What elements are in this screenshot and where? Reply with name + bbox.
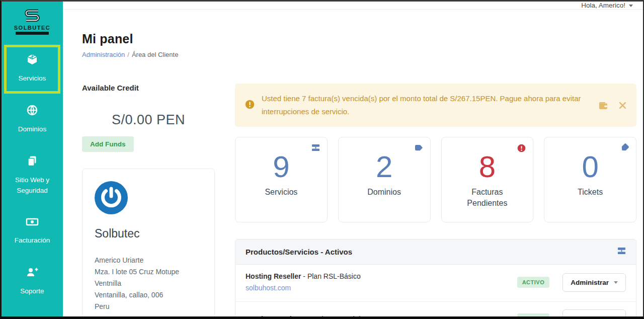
product-info: Hosting WordPress - Plan WP-Básico — [246, 315, 517, 319]
sidebar-nav: Servicios Dominios Sit — [2, 44, 63, 319]
products-panel-title: Productos/Servicios - Activos — [246, 248, 352, 256]
sidebar-item-label: Servicios — [19, 73, 46, 84]
dashboard-column: Usted tiene 7 factura(s) vencida(s) por … — [235, 84, 636, 319]
client-summary-column: Available Credit S/0.00 PEN Add Funds So… — [82, 84, 215, 319]
sidebar-item-label: Sitio Web y Seguridad — [6, 175, 59, 196]
stat-label: Tickets — [568, 187, 613, 198]
address-line: Peru — [95, 301, 202, 312]
caret-down-icon — [629, 5, 633, 7]
breadcrumb: Administración/Área del Cliente — [82, 51, 636, 58]
edit-icon — [26, 317, 38, 319]
address-line: Mza. I lote 05 Cruz Motupe Ventnilla — [95, 266, 202, 289]
topbar: Hola, Americo! — [63, 2, 643, 10]
address-line: Ventanilla, callao, 006 — [95, 289, 202, 301]
page-header: Mi panel Administración/Área del Cliente — [82, 32, 636, 58]
stat-label: Facturas Pendientes — [442, 187, 533, 209]
page-title: Mi panel — [82, 32, 636, 46]
main-area: Hola, Americo! Mi panel Administración/Á… — [63, 2, 643, 316]
status-badge: ACTIVO — [517, 277, 550, 288]
product-name: Hosting WordPress — [246, 315, 311, 319]
product-name-line: Hosting WordPress - Plan WP-Básico — [246, 315, 517, 319]
sidebar-item-servicios[interactable]: Servicios — [4, 45, 60, 94]
overdue-invoices-alert: Usted tiene 7 factura(s) vencida(s) por … — [235, 84, 636, 127]
product-row: Hosting WordPress - Plan WP-Básico ACTIV… — [235, 302, 636, 319]
stat-card-dominios[interactable]: 2 Dominios — [338, 137, 431, 222]
manage-button[interactable]: Administrar — [562, 273, 626, 292]
product-row: Hosting Reseller - Plan RSL-Básico solbu… — [235, 265, 636, 302]
manage-button-label: Administrar — [571, 315, 609, 319]
client-company-name: Solbutec — [95, 227, 202, 241]
products-panel-header: Productos/Servicios - Activos — [235, 240, 636, 265]
client-address: Americo Uriarte Mza. I lote 05 Cruz Motu… — [95, 255, 202, 312]
app-window: SOLBUTEC Servicios — [0, 0, 644, 319]
stat-value: 9 — [273, 151, 289, 183]
user-menu[interactable]: Hola, Americo! — [581, 2, 633, 9]
user-greeting: Hola, Americo! — [581, 2, 625, 9]
server-icon — [617, 247, 626, 257]
stat-card-facturas-pendientes[interactable]: 8 Facturas Pendientes — [441, 137, 534, 222]
alert-message: Usted tiene 7 factura(s) vencida(s) por … — [262, 92, 584, 118]
caret-down-icon — [614, 281, 618, 284]
solbutec-s-icon — [23, 9, 42, 24]
product-plan: - Plan WP-Básico — [311, 315, 368, 319]
stat-value: 2 — [376, 151, 392, 183]
server-icon — [311, 144, 320, 153]
status-badge: ACTIVO — [517, 313, 550, 319]
sidebar-item-dominios[interactable]: Dominios — [4, 96, 60, 144]
client-card: Solbutec Americo Uriarte Mza. I lote 05 … — [82, 169, 215, 319]
breadcrumb-link-administracion[interactable]: Administración — [82, 51, 125, 58]
close-icon[interactable] — [619, 102, 626, 109]
product-plan: - Plan RSL-Básico — [301, 272, 360, 280]
address-line: Americo Uriarte — [95, 255, 202, 266]
globe-icon — [26, 104, 38, 116]
sidebar-item-facturacion[interactable]: Facturación — [4, 208, 60, 256]
logo-text: SOLBUTEC — [14, 25, 51, 31]
sidebar-item-soporte[interactable]: Soporte — [4, 258, 60, 306]
ticket-tag-icon — [620, 144, 629, 153]
stat-card-servicios[interactable]: 9 Servicios — [235, 137, 328, 222]
product-info: Hosting Reseller - Plan RSL-Básico solbu… — [246, 272, 517, 292]
product-name: Hosting Reseller — [246, 272, 301, 280]
stat-label: Servicios — [255, 187, 307, 198]
alert-actions — [598, 101, 626, 110]
wallet-icon[interactable] — [598, 101, 608, 110]
stat-value: 8 — [479, 151, 496, 183]
banknote-icon — [26, 216, 39, 227]
product-name-line: Hosting Reseller - Plan RSL-Básico — [246, 272, 517, 280]
sidebar-item-label: Soporte — [20, 286, 44, 296]
breadcrumb-current: Área del Cliente — [132, 51, 179, 58]
power-button-icon — [95, 207, 128, 216]
sidebar-item-sitio-web[interactable]: Sitio Web y Seguridad — [4, 146, 60, 206]
manage-button-label: Administrar — [571, 279, 609, 286]
sidebar: SOLBUTEC Servicios — [2, 2, 63, 316]
sidebar-item-afiliaciones[interactable]: Afiliaciones — [4, 308, 60, 319]
manage-button[interactable]: Administrar — [562, 309, 626, 319]
available-credit-heading: Available Credit — [82, 84, 215, 92]
exclamation-circle-icon — [517, 144, 526, 154]
products-panel: Productos/Servicios - Activos — [235, 239, 636, 319]
breadcrumb-separator: / — [127, 51, 129, 58]
exclamation-circle-icon — [245, 100, 255, 111]
product-domain-link[interactable]: solbuhost.com — [246, 284, 291, 292]
solbutec-logo[interactable]: SOLBUTEC — [2, 2, 63, 40]
stats-row: 9 Servicios 2 Dominios — [235, 137, 636, 222]
stat-value: 0 — [582, 151, 598, 183]
cube-icon — [26, 53, 38, 65]
credit-amount: S/0.00 PEN — [82, 112, 215, 128]
stat-label: Dominios — [357, 187, 411, 198]
sidebar-item-label: Facturación — [15, 235, 50, 246]
logo-tagline-bar — [16, 32, 49, 35]
copy-icon — [26, 155, 38, 167]
sidebar-item-label: Dominios — [18, 124, 46, 134]
page-content: Mi panel Administración/Área del Cliente… — [63, 10, 643, 319]
add-funds-button[interactable]: Add Funds — [82, 136, 134, 152]
stat-card-tickets[interactable]: 0 Tickets — [544, 137, 636, 222]
tag-icon — [415, 144, 423, 153]
user-plus-icon — [26, 266, 39, 278]
